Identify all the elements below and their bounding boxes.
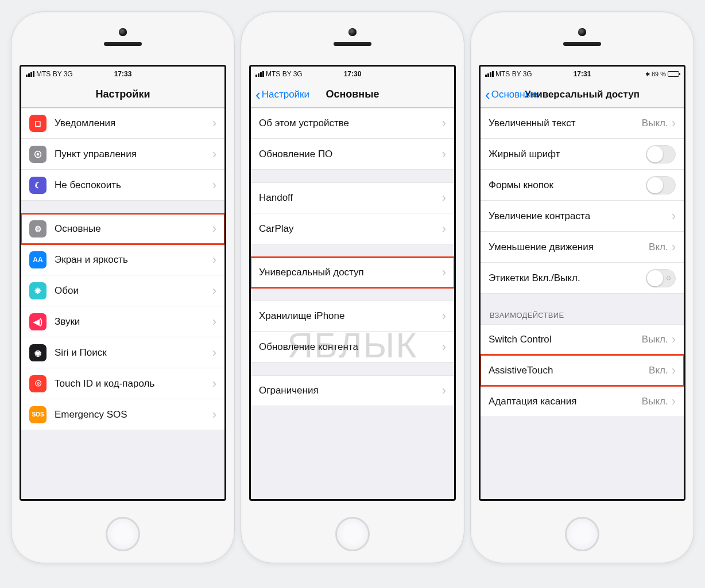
row-switch-control[interactable]: Switch ControlВыкл.› xyxy=(481,324,684,355)
chevron-right-icon: › xyxy=(442,383,446,398)
row-background-refresh[interactable]: Обновление контента› xyxy=(251,332,454,363)
row-about[interactable]: Об этом устройстве› xyxy=(251,108,454,139)
chevron-right-icon: › xyxy=(672,394,676,409)
row-label: Экран и яркость xyxy=(55,254,212,266)
chevron-right-icon: › xyxy=(212,221,216,236)
chevron-right-icon: › xyxy=(212,407,216,422)
row-label: Handoff xyxy=(259,192,442,204)
status-bar: MTS BY 3G 17:31 ✱ 89 % xyxy=(481,67,684,81)
speaker-icon xyxy=(104,42,142,46)
back-button[interactable]: ‹ Основные xyxy=(485,87,537,102)
row-display[interactable]: AAЭкран и яркость› xyxy=(21,244,224,275)
home-button[interactable] xyxy=(565,517,599,551)
content-area[interactable]: ◻︎Уведомления›⦿Пункт управления›☾Не бесп… xyxy=(21,108,224,499)
row-touch-accommodations[interactable]: Адаптация касанияВыкл.› xyxy=(481,386,684,417)
row-sos[interactable]: SOSEmergency SOS› xyxy=(21,399,224,430)
sos-icon: SOS xyxy=(29,406,47,423)
content-area[interactable]: Об этом устройстве›Обновление ПО› Handof… xyxy=(251,108,454,499)
page-title: Настройки xyxy=(26,88,220,100)
chevron-right-icon: › xyxy=(212,283,216,298)
back-button[interactable]: ‹ Настройки xyxy=(255,87,309,102)
row-value: Вкл. xyxy=(649,242,668,253)
content-area[interactable]: Увеличенный текстВыкл.›Жирный шрифтФормы… xyxy=(481,108,684,499)
toggle-onoff-labels[interactable] xyxy=(646,269,676,287)
section-header: ВЗАИМОДЕЙСТВИЕ xyxy=(481,306,684,324)
touchid-icon: ⦾ xyxy=(29,375,47,392)
row-larger-text[interactable]: Увеличенный текстВыкл.› xyxy=(481,108,684,139)
row-wallpaper[interactable]: ❋Обои› xyxy=(21,275,224,306)
speaker-icon xyxy=(334,42,371,46)
home-button[interactable] xyxy=(106,517,140,551)
phone-settings-root: MTS BY 3G 17:33 Настройки ◻︎Уведомления›… xyxy=(11,11,235,563)
row-label: Основные xyxy=(55,223,212,235)
row-software-update[interactable]: Обновление ПО› xyxy=(251,139,454,170)
row-label: Уведомления xyxy=(55,118,212,129)
row-label: Switch Control xyxy=(489,334,642,345)
row-control-center[interactable]: ⦿Пункт управления› xyxy=(21,139,224,170)
row-label: Увеличение контраста xyxy=(489,211,672,222)
nav-bar: ‹ Основные Универсальный доступ xyxy=(481,81,684,108)
row-label: Touch ID и код-пароль xyxy=(55,378,212,390)
row-increase-contrast[interactable]: Увеличение контраста› xyxy=(481,201,684,232)
row-reduce-motion[interactable]: Уменьшение движенияВкл.› xyxy=(481,232,684,263)
row-value: Вкл. xyxy=(649,365,668,376)
control-center-icon: ⦿ xyxy=(29,146,47,163)
row-label: Не беспокоить xyxy=(55,180,212,191)
dnd-icon: ☾ xyxy=(29,177,47,194)
row-restrictions[interactable]: Ограничения› xyxy=(251,375,454,406)
row-label: Emergency SOS xyxy=(55,409,212,420)
row-carplay[interactable]: CarPlay› xyxy=(251,213,454,244)
network-label: 3G xyxy=(293,70,303,78)
row-label: Этикетки Вкл./Выкл. xyxy=(489,272,646,284)
row-label: Жирный шрифт xyxy=(489,149,646,160)
status-bar: MTS BY 3G 17:30 xyxy=(251,67,454,81)
row-button-shapes[interactable]: Формы кнопок xyxy=(481,170,684,201)
chevron-right-icon: › xyxy=(442,221,446,236)
battery-indicator: ✱ 89 % xyxy=(645,71,679,77)
row-notifications[interactable]: ◻︎Уведомления› xyxy=(21,108,224,139)
chevron-right-icon: › xyxy=(442,116,446,131)
row-handoff[interactable]: Handoff› xyxy=(251,182,454,213)
chevron-right-icon: › xyxy=(212,116,216,131)
home-button[interactable] xyxy=(335,517,370,551)
siri-icon: ◉ xyxy=(29,344,47,361)
chevron-right-icon: › xyxy=(212,345,216,360)
row-assistivetouch[interactable]: AssistiveTouchВкл.› xyxy=(481,355,684,386)
row-siri[interactable]: ◉Siri и Поиск› xyxy=(21,337,224,368)
row-general[interactable]: ⚙︎Основные› xyxy=(21,213,224,244)
row-dnd[interactable]: ☾Не беспокоить› xyxy=(21,170,224,201)
row-label: Обои xyxy=(55,285,212,297)
chevron-right-icon: › xyxy=(212,376,216,391)
row-value: Выкл. xyxy=(642,396,668,407)
signal-icon xyxy=(26,71,34,77)
row-label: Хранилище iPhone xyxy=(259,310,442,322)
toggle-bold-text[interactable] xyxy=(646,145,676,163)
toggle-button-shapes[interactable] xyxy=(646,176,676,194)
row-label: Siri и Поиск xyxy=(55,347,212,359)
row-label: Звуки xyxy=(55,316,212,328)
row-touchid[interactable]: ⦾Touch ID и код-пароль› xyxy=(21,368,224,399)
notifications-icon: ◻︎ xyxy=(29,115,47,132)
row-sounds[interactable]: ◀︎)Звуки› xyxy=(21,306,224,337)
camera-icon xyxy=(578,28,586,36)
clock: 17:31 xyxy=(574,70,591,78)
chevron-right-icon: › xyxy=(442,265,446,280)
row-storage[interactable]: Хранилище iPhone› xyxy=(251,301,454,332)
row-label: Адаптация касания xyxy=(489,396,642,407)
row-accessibility[interactable]: Универсальный доступ› xyxy=(251,257,454,288)
chevron-right-icon: › xyxy=(212,252,216,267)
status-bar: MTS BY 3G 17:33 xyxy=(21,67,224,81)
row-label: Формы кнопок xyxy=(489,180,646,191)
row-onoff-labels[interactable]: Этикетки Вкл./Выкл. xyxy=(481,263,684,294)
chevron-right-icon: › xyxy=(672,332,676,347)
signal-icon xyxy=(255,71,264,77)
row-label: Увеличенный текст xyxy=(489,118,642,129)
clock: 17:30 xyxy=(344,70,362,78)
row-bold-text[interactable]: Жирный шрифт xyxy=(481,139,684,170)
network-label: 3G xyxy=(523,70,532,78)
chevron-right-icon: › xyxy=(442,309,446,324)
phone-accessibility: MTS BY 3G 17:31 ✱ 89 % ‹ Основные Ун xyxy=(470,11,694,563)
chevron-right-icon: › xyxy=(212,178,216,193)
row-label: Обновление контента xyxy=(259,341,442,353)
clock: 17:33 xyxy=(114,70,132,78)
